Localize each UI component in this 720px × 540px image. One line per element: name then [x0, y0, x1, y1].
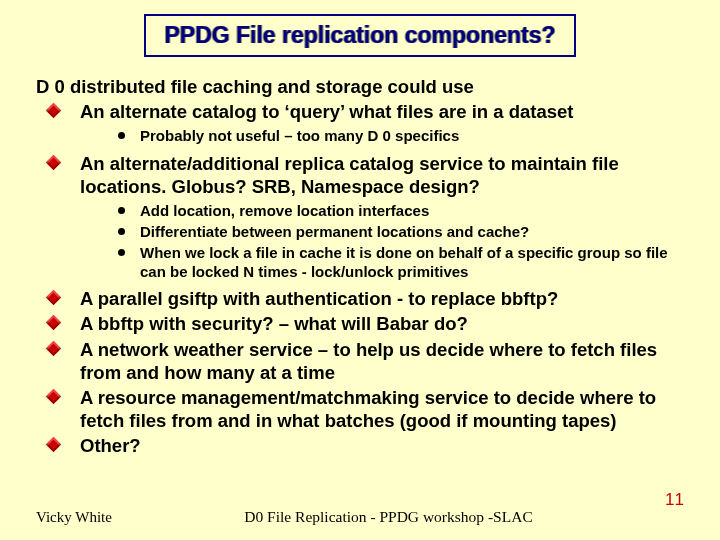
- list-item: A resource management/matchmaking servic…: [36, 386, 684, 432]
- list-item: A bbftp with security? – what will Babar…: [36, 312, 684, 335]
- intro-text: D 0 distributed file caching and storage…: [36, 75, 684, 98]
- sub-bullet-text: Add location, remove location interfaces: [140, 202, 684, 221]
- sub-list: Probably not useful – too many D 0 speci…: [114, 127, 684, 146]
- bullet-text: A network weather service – to help us d…: [80, 338, 684, 384]
- list-item: When we lock a file in cache it is done …: [114, 244, 684, 282]
- dot-icon: [114, 223, 140, 235]
- bullet-text: An alternate/additional replica catalog …: [80, 152, 684, 198]
- footer-center: D0 File Replication - PPDG workshop -SLA…: [112, 508, 665, 526]
- bullet-text: Other?: [80, 434, 684, 457]
- footer: Vicky White D0 File Replication - PPDG w…: [36, 506, 684, 526]
- diamond-icon: [36, 386, 80, 402]
- sub-bullet-text: When we lock a file in cache it is done …: [140, 244, 684, 282]
- diamond-icon: [36, 434, 80, 450]
- bullet-text: A resource management/matchmaking servic…: [80, 386, 684, 432]
- bullet-text: A bbftp with security? – what will Babar…: [80, 312, 684, 335]
- list-item: An alternate catalog to ‘query’ what fil…: [36, 100, 684, 123]
- slide: PPDG File replication components? D 0 di…: [0, 0, 720, 540]
- sub-bullet-text: Differentiate between permanent location…: [140, 223, 684, 242]
- slide-title: PPDG File replication components?: [164, 22, 555, 49]
- list-item: Add location, remove location interfaces: [114, 202, 684, 221]
- dot-icon: [114, 127, 140, 139]
- dot-icon: [114, 202, 140, 214]
- list-item: Differentiate between permanent location…: [114, 223, 684, 242]
- diamond-icon: [36, 152, 80, 168]
- bullet-text: An alternate catalog to ‘query’ what fil…: [80, 100, 684, 123]
- diamond-icon: [36, 312, 80, 328]
- title-box: PPDG File replication components?: [144, 14, 575, 57]
- dot-icon: [114, 244, 140, 256]
- list-item: A parallel gsiftp with authentication - …: [36, 287, 684, 310]
- sub-list: Add location, remove location interfaces…: [114, 202, 684, 281]
- diamond-icon: [36, 338, 80, 354]
- page-number: 11: [665, 490, 684, 510]
- list-item: Probably not useful – too many D 0 speci…: [114, 127, 684, 146]
- bullet-text: A parallel gsiftp with authentication - …: [80, 287, 684, 310]
- diamond-icon: [36, 287, 80, 303]
- footer-author: Vicky White: [36, 509, 112, 526]
- bullet-list: An alternate catalog to ‘query’ what fil…: [36, 100, 684, 457]
- diamond-icon: [36, 100, 80, 116]
- list-item: Other?: [36, 434, 684, 457]
- list-item: An alternate/additional replica catalog …: [36, 152, 684, 198]
- sub-bullet-text: Probably not useful – too many D 0 speci…: [140, 127, 684, 146]
- list-item: A network weather service – to help us d…: [36, 338, 684, 384]
